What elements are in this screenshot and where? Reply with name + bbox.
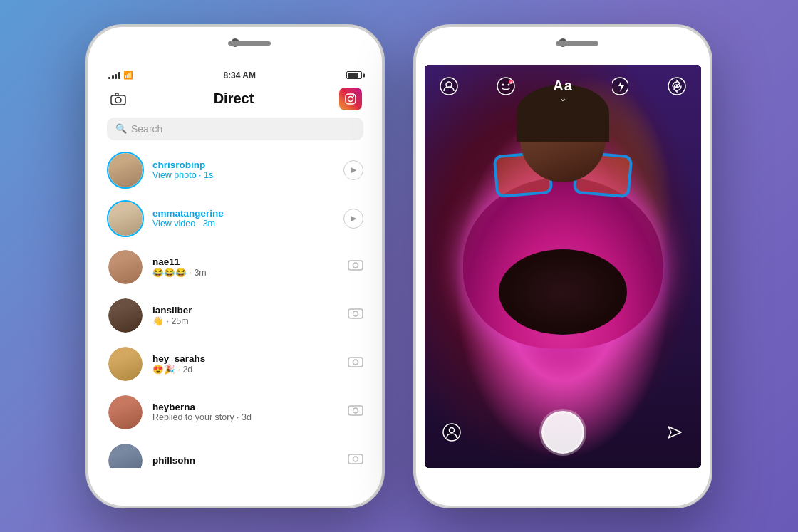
message-action[interactable]: ▶: [343, 209, 363, 229]
svg-rect-8: [348, 309, 363, 318]
list-item[interactable]: heyberna Replied to your story · 3d: [97, 388, 373, 437]
svg-point-11: [353, 360, 358, 365]
svg-point-9: [353, 311, 358, 316]
message-action[interactable]: [348, 404, 363, 420]
svg-point-16: [440, 78, 457, 95]
left-phone-screen: 📶 8:34 AM Direct: [97, 65, 373, 468]
person-icon[interactable]: [439, 419, 465, 445]
message-username: chrisrobinp: [152, 160, 335, 170]
svg-point-7: [353, 263, 358, 268]
svg-point-15: [353, 457, 358, 461]
lip-inner: [499, 249, 627, 335]
flash-icon[interactable]: [607, 73, 633, 99]
message-content: iansilber 👋 · 25m: [152, 305, 339, 326]
message-action[interactable]: [348, 355, 363, 372]
phones-container: 📶 8:34 AM Direct: [86, 24, 712, 508]
right-phone: ★ Aa: [413, 24, 712, 508]
avatar: [107, 345, 144, 382]
message-preview: 😍🎉 · 2d: [152, 364, 339, 375]
search-placeholder: Search: [131, 123, 162, 135]
svg-point-4: [348, 96, 353, 101]
camera-header-icon[interactable]: [108, 89, 128, 109]
svg-rect-10: [348, 358, 363, 367]
message-action[interactable]: [348, 259, 363, 275]
flip-camera-icon[interactable]: [664, 73, 690, 99]
message-content: chrisrobinp View photo · 1s: [152, 160, 335, 180]
avatar: [107, 249, 144, 286]
message-username: heyberna: [152, 402, 339, 412]
camera-circle-icon[interactable]: [436, 73, 462, 99]
message-preview: Replied to your story · 3d: [152, 412, 339, 422]
shutter-button[interactable]: [542, 411, 584, 454]
message-username: iansilber: [152, 305, 339, 315]
status-bar: 📶 8:34 AM: [97, 65, 373, 83]
avatar: [107, 442, 144, 468]
svg-rect-2: [115, 93, 118, 95]
send-icon[interactable]: [661, 419, 687, 445]
message-content: phillsohn: [152, 455, 339, 466]
avatar: [107, 200, 144, 237]
message-username: nae11: [152, 256, 339, 267]
direct-header: Direct: [97, 83, 373, 118]
instagram-logo[interactable]: [339, 88, 362, 110]
status-time: 8:34 AM: [223, 71, 256, 80]
svg-rect-12: [348, 406, 363, 415]
message-preview: 😂😂😂 · 3m: [152, 267, 339, 278]
list-item[interactable]: nae11 😂😂😂 · 3m: [97, 243, 373, 291]
left-phone: 📶 8:34 AM Direct: [86, 24, 385, 508]
message-username: emmatangerine: [152, 208, 335, 219]
search-icon: 🔍: [115, 123, 127, 134]
message-content: heyberna Replied to your story · 3d: [152, 402, 339, 422]
svg-rect-6: [348, 261, 363, 270]
avatar: [107, 394, 144, 431]
avatar: [107, 152, 144, 189]
right-phone-screen: ★ Aa: [425, 65, 701, 468]
message-preview: 👋 · 25m: [152, 315, 339, 326]
message-action[interactable]: [348, 307, 363, 323]
message-content: hey_sarahs 😍🎉 · 2d: [152, 353, 339, 375]
camera-view: ★ Aa: [425, 65, 701, 468]
direct-title: Direct: [214, 90, 254, 107]
svg-rect-3: [346, 94, 356, 104]
svg-point-1: [115, 97, 121, 103]
message-content: emmatangerine View video · 3m: [152, 208, 335, 229]
message-action[interactable]: [348, 452, 363, 468]
svg-point-13: [353, 408, 358, 413]
svg-point-19: [502, 83, 504, 85]
svg-point-5: [353, 95, 354, 97]
svg-rect-14: [348, 454, 363, 464]
message-content: nae11 😂😂😂 · 3m: [152, 256, 339, 278]
message-preview: View photo · 1s: [152, 170, 335, 180]
wifi-icon: 📶: [123, 71, 133, 80]
message-preview: View video · 3m: [152, 219, 335, 229]
signal-icon: [108, 72, 120, 79]
avatar: [107, 297, 144, 334]
list-item[interactable]: emmatangerine View video · 3m ▶: [97, 194, 373, 243]
message-username: hey_sarahs: [152, 353, 339, 364]
face-effect-icon[interactable]: ★: [493, 73, 519, 99]
chevron-down-icon[interactable]: ⌄: [559, 92, 567, 103]
list-item[interactable]: hey_sarahs 😍🎉 · 2d: [97, 340, 373, 388]
search-bar[interactable]: 🔍 Search: [107, 118, 363, 140]
battery-icon: [346, 71, 362, 79]
list-item[interactable]: chrisrobinp View photo · 1s ▶: [97, 146, 373, 194]
camera-bottom-bar: [425, 400, 701, 468]
message-list: chrisrobinp View photo · 1s ▶ emmatanger…: [97, 146, 373, 468]
list-item[interactable]: phillsohn: [97, 437, 373, 468]
message-action[interactable]: ▶: [343, 160, 363, 180]
message-username: phillsohn: [152, 455, 339, 466]
list-item[interactable]: iansilber 👋 · 25m: [97, 291, 373, 340]
